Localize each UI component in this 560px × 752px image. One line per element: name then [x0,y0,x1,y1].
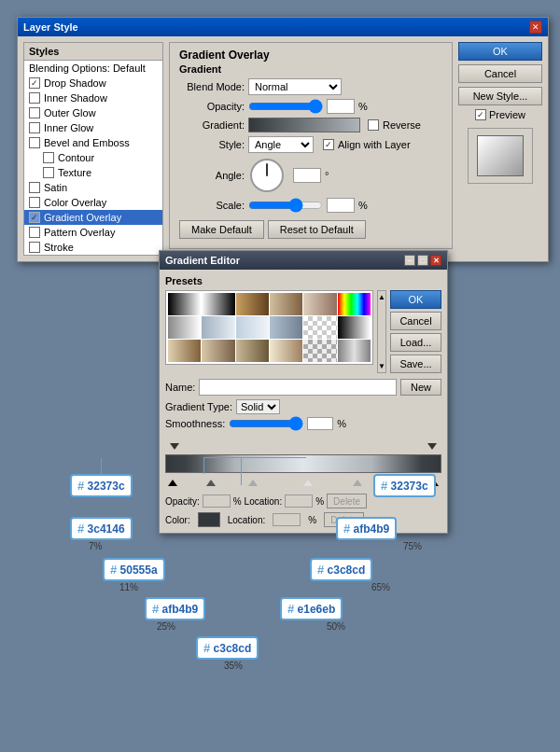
preset-item[interactable] [202,340,234,362]
stroke-checkbox[interactable] [29,242,40,253]
color-stop-0[interactable] [168,480,177,486]
opacity-stop-right[interactable] [427,443,437,450]
color-overlay-checkbox[interactable] [29,197,40,208]
drop-shadow-checkbox[interactable]: ✓ [29,77,40,89]
outer-glow-checkbox[interactable] [29,107,40,118]
sidebar-item-outer-glow[interactable]: Outer Glow [24,105,162,120]
sidebar-item-inner-glow[interactable]: Inner Glow [24,120,162,135]
preset-item[interactable] [270,293,302,315]
new-gradient-button[interactable]: New [400,379,441,396]
sidebar-item-inner-shadow[interactable]: Inner Shadow [24,91,162,105]
texture-checkbox[interactable] [43,167,54,178]
ge-load-button[interactable]: Load... [390,333,441,352]
smoothness-input[interactable]: 100 [307,417,333,430]
color-stop-15[interactable] [206,480,216,486]
preview-box [468,128,533,184]
preset-item[interactable] [303,293,336,315]
color-stop-30[interactable] [248,480,258,486]
preset-item[interactable] [303,316,336,339]
preset-item[interactable] [236,293,269,315]
preset-item[interactable] [270,316,302,339]
sidebar-item-bevel[interactable]: Bevel and Emboss [24,135,162,150]
preset-item[interactable] [338,293,371,315]
angle-dial[interactable] [250,159,284,192]
preset-item[interactable] [303,340,336,362]
bevel-checkbox[interactable] [29,137,40,148]
sidebar-item-texture[interactable]: Texture [24,165,162,180]
sidebar-item-pattern-overlay[interactable]: Pattern Overlay [24,225,162,240]
sidebar-item-color-overlay[interactable]: Color Overlay [24,195,162,210]
align-checkbox[interactable]: ✓ [323,139,334,150]
preset-item[interactable] [338,316,371,339]
close-button[interactable]: ✕ [529,21,542,34]
preset-item[interactable] [168,293,201,315]
blend-mode-select[interactable]: Normal [248,78,342,95]
satin-checkbox[interactable] [29,182,40,193]
sidebar-item-stroke[interactable]: Stroke [24,240,162,255]
style-select[interactable]: Angle [248,136,314,153]
opacity-stop-left[interactable] [170,443,179,450]
preset-item[interactable] [236,340,269,362]
preset-item[interactable] [168,316,201,339]
opacity-input[interactable]: 100 [327,99,355,114]
ge-save-button[interactable]: Save... [390,355,441,373]
preset-item[interactable] [270,340,302,362]
gradient-label: Gradient: [179,119,245,131]
sidebar-item-drop-shadow[interactable]: ✓ Drop Shadow [24,76,162,91]
scale-unit: % [358,200,368,211]
ge-close-button[interactable]: ✕ [430,255,441,266]
sidebar-item-contour[interactable]: Contour [24,150,162,165]
presets-scrollbar[interactable]: ▲ ▼ [377,290,386,373]
dialog-body: Styles Blending Options: Default ✓ Drop … [18,36,548,261]
preset-item[interactable] [202,316,234,339]
ge-cancel-button[interactable]: Cancel [390,312,441,330]
ge-minimize-button[interactable]: ─ [404,255,415,266]
sidebar-item-satin[interactable]: Satin [24,180,162,195]
outer-glow-label: Outer Glow [44,107,96,118]
scale-slider[interactable] [248,201,323,210]
color-stop-inputs: Color: Location: % Delete [165,512,441,527]
sidebar-item-gradient-overlay[interactable]: ✓ Gradient Overlay [24,210,162,225]
annotation-3c4146: # 3c4146 [70,517,133,540]
preset-item[interactable] [338,340,371,362]
ok-button[interactable]: OK [458,42,542,61]
color-swatch[interactable] [198,512,220,527]
annotation-32373c-right: # 32373c [373,474,436,497]
blend-mode-row: Blend Mode: Normal [179,78,442,95]
smoothness-label: Smoothness: [165,418,225,429]
make-default-button[interactable]: Make Default [179,220,264,239]
scroll-up-arrow[interactable]: ▲ [376,291,387,303]
reset-default-button[interactable]: Reset to Default [268,220,366,239]
main-content: Gradient Overlay Gradient Blend Mode: No… [169,42,453,256]
presets-grid[interactable] [165,290,373,365]
gradient-type-select[interactable]: Solid [236,399,280,414]
gradient-overlay-label: Gradient Overlay [44,212,121,223]
contour-checkbox[interactable] [43,152,54,163]
angle-input[interactable]: 90 [293,168,321,183]
sidebar-item-blending[interactable]: Blending Options: Default [24,61,162,76]
preset-item[interactable] [202,293,234,315]
sub-section-title: Gradient [179,63,442,75]
dialog-title: Layer Style [23,21,78,33]
scroll-down-arrow[interactable]: ▼ [376,360,387,372]
inner-shadow-checkbox[interactable] [29,92,40,104]
preset-item[interactable] [236,316,269,339]
opacity-slider[interactable] [248,102,323,111]
pattern-overlay-checkbox[interactable] [29,227,40,238]
ge-maximize-button[interactable]: □ [417,255,428,266]
gradient-preview[interactable] [248,118,360,132]
inner-glow-checkbox[interactable] [29,122,40,133]
preview-checkbox[interactable]: ✓ [475,109,486,120]
new-style-button[interactable]: New Style... [458,87,542,105]
smoothness-slider[interactable] [229,419,303,428]
color-stop-68[interactable] [353,480,362,486]
scale-input[interactable]: 100 [327,198,355,213]
cancel-button[interactable]: Cancel [458,64,542,83]
color-stop-50[interactable] [303,480,313,486]
ge-ok-button[interactable]: OK [390,290,441,309]
gradient-overlay-checkbox[interactable]: ✓ [29,212,40,223]
name-input[interactable]: Custom [199,379,397,396]
preset-item[interactable] [168,340,201,362]
reverse-checkbox[interactable] [368,119,379,131]
inner-glow-label: Inner Glow [44,122,93,133]
